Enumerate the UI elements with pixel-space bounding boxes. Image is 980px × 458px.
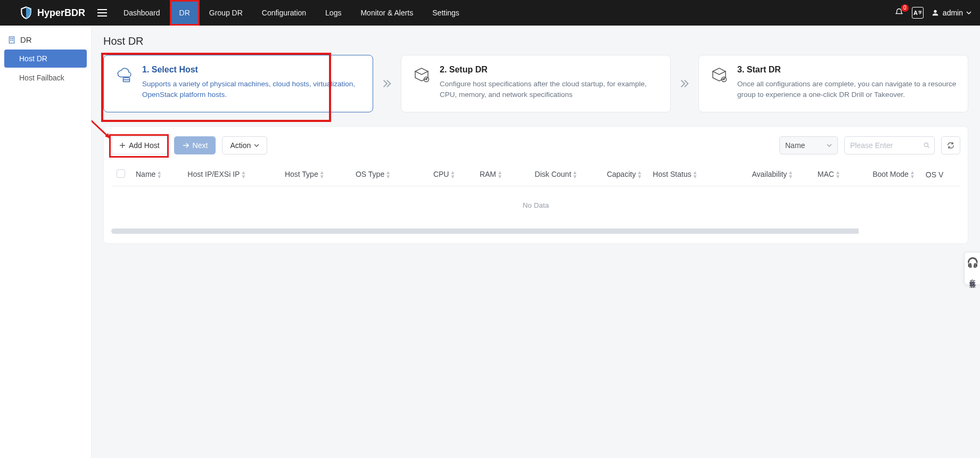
col-label: Name [136, 170, 155, 178]
step-card-start-dr[interactable]: 3. Start DR Once all configurations are … [698, 55, 968, 112]
col-label: Boot Mode [872, 170, 909, 178]
next-button[interactable]: Next [174, 136, 216, 154]
filter-field-select[interactable]: Name [779, 136, 838, 154]
step-title: 2. Setup DR [440, 65, 660, 75]
notifications-button[interactable]: 0 [894, 7, 904, 18]
col-label: Disk Count [535, 170, 571, 178]
building-icon [7, 36, 16, 44]
chevron-double-right-icon [381, 78, 393, 89]
col-capacity[interactable]: Capacity▲▼ [583, 163, 647, 186]
chevron-down-icon [254, 143, 259, 148]
arrow-right-icon [182, 142, 190, 149]
sidebar-item-host-failback[interactable]: Host Failback [4, 69, 87, 87]
user-menu[interactable]: admin [931, 9, 971, 17]
col-label: OS V [926, 170, 943, 179]
col-label: CPU [433, 170, 449, 178]
col-label: MAC [818, 170, 834, 178]
cloud-host-icon [114, 65, 134, 84]
filter-field-value: Name [785, 141, 805, 150]
step-title: 3. Start DR [737, 65, 957, 75]
step-card-setup-dr[interactable]: 2. Setup DR Configure host specification… [401, 55, 671, 112]
step-card-select-host[interactable]: 1. Select Host Supports a variety of phy… [103, 55, 373, 112]
svg-point-2 [28, 7, 28, 8]
col-label: Host Type [285, 170, 318, 178]
steps-row: 1. Select Host Supports a variety of phy… [103, 55, 968, 112]
floating-help-button[interactable]: 🎧 在线客服 [964, 252, 980, 285]
language-icon: A字 [912, 7, 924, 19]
hosts-table: Name▲▼ Host IP/EXSi IP▲▼ Host Type▲▼ OS … [111, 163, 960, 224]
svg-rect-3 [97, 9, 107, 10]
table-empty: No Data [111, 186, 960, 225]
step-desc: Supports a variety of physical machines,… [142, 79, 362, 100]
checkbox-icon [117, 169, 125, 178]
sidebar-item-host-dr[interactable]: Host DR [4, 50, 87, 68]
col-ram[interactable]: RAM▲▼ [460, 163, 508, 186]
col-name[interactable]: Name▲▼ [130, 163, 182, 186]
menu-toggle[interactable] [96, 0, 109, 26]
horizontal-scrollbar[interactable] [111, 228, 960, 234]
svg-rect-10 [10, 39, 11, 40]
nav-dashboard[interactable]: Dashboard [114, 0, 170, 26]
shield-icon [19, 6, 33, 20]
nav-group-dr[interactable]: Group DR [200, 0, 252, 26]
nav-configuration[interactable]: Configuration [252, 0, 316, 26]
svg-rect-11 [12, 39, 13, 40]
col-boot-mode[interactable]: Boot Mode▲▼ [846, 163, 920, 186]
col-host-ip[interactable]: Host IP/EXSi IP▲▼ [182, 163, 279, 186]
table-scroll[interactable]: Name▲▼ Host IP/EXSi IP▲▼ Host Type▲▼ OS … [111, 163, 960, 224]
chevron-double-right-icon [679, 78, 690, 89]
add-host-button[interactable]: Add Host [111, 136, 168, 154]
col-label: OS Type [356, 170, 384, 178]
search-input-wrap [844, 136, 935, 154]
svg-point-17 [924, 143, 928, 146]
nav-logs[interactable]: Logs [316, 0, 351, 26]
floating-help-label: 在线客服 [968, 274, 977, 278]
box-gear-icon [412, 65, 431, 84]
main-card: Add Host Next Action Name [103, 126, 968, 244]
box-play-icon [710, 65, 729, 84]
content: Host DR 1. Select Host Supports a variet… [92, 26, 980, 458]
sidebar-section-label: DR [20, 35, 32, 44]
svg-line-18 [928, 146, 929, 148]
refresh-button[interactable] [941, 136, 960, 154]
language-button[interactable]: A字 [912, 7, 924, 19]
col-label: Availability [752, 170, 787, 178]
step-desc: Once all configurations are complete, yo… [737, 79, 957, 100]
col-mac[interactable]: MAC▲▼ [798, 163, 846, 186]
col-os-type[interactable]: OS Type▲▼ [350, 163, 415, 186]
topbar-right: 0 A字 admin [894, 7, 971, 19]
step-title: 1. Select Host [142, 65, 362, 75]
col-availability[interactable]: Availability▲▼ [726, 163, 798, 186]
page-title: Host DR [103, 35, 968, 47]
chevron-down-icon [827, 143, 832, 148]
search-icon [923, 142, 930, 149]
col-checkbox[interactable] [111, 163, 130, 186]
svg-rect-5 [97, 15, 107, 17]
nav-settings[interactable]: Settings [423, 0, 469, 26]
brand: HyperBDR [0, 0, 96, 26]
col-label: Capacity [607, 170, 636, 178]
col-disk-count[interactable]: Disk Count▲▼ [508, 163, 583, 186]
step-arrow [677, 55, 692, 112]
col-host-type[interactable]: Host Type▲▼ [279, 163, 350, 186]
step-desc: Configure host specifications after the … [440, 79, 660, 100]
col-cpu[interactable]: CPU▲▼ [415, 163, 460, 186]
chevron-down-icon [966, 10, 971, 15]
search-input[interactable] [844, 136, 935, 154]
col-host-status[interactable]: Host Status▲▼ [647, 163, 726, 186]
svg-rect-4 [97, 12, 107, 13]
col-label: Host Status [653, 170, 691, 178]
sidebar-section-dr[interactable]: DR [0, 31, 91, 48]
nav-dr[interactable]: DR [170, 0, 200, 26]
svg-rect-8 [10, 38, 11, 39]
brand-name: HyperBDR [37, 7, 85, 19]
nav-monitor-alerts[interactable]: Monitor & Alerts [351, 0, 423, 26]
action-label: Action [230, 141, 251, 150]
col-os-version[interactable]: OS V [920, 163, 960, 186]
col-label: RAM [480, 170, 496, 178]
svg-rect-7 [9, 37, 14, 43]
hamburger-icon [97, 9, 107, 17]
notification-count-badge: 0 [901, 4, 909, 12]
svg-point-1 [30, 9, 31, 10]
action-menu-button[interactable]: Action [222, 136, 267, 154]
